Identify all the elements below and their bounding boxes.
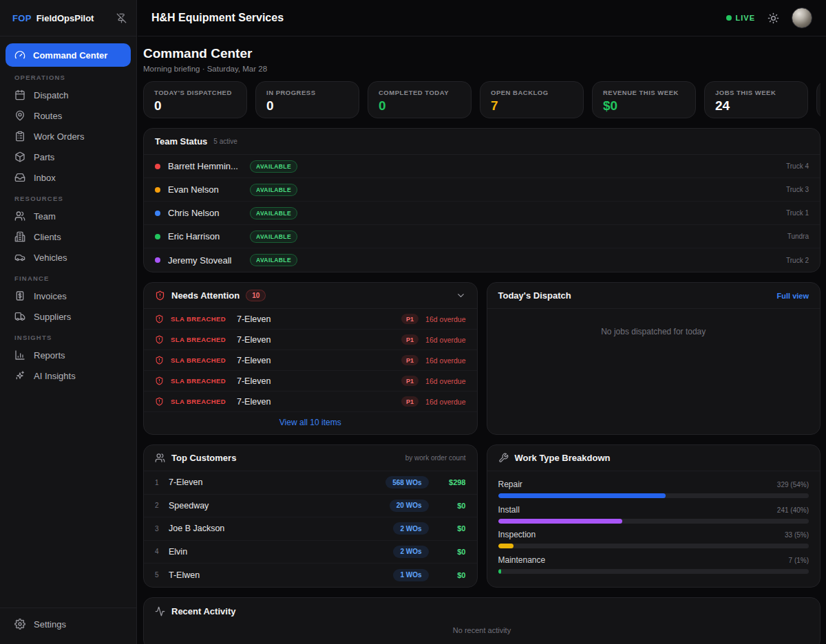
availability-badge: AVAILABLE (250, 160, 297, 173)
overdue-label: 16d overdue (425, 336, 465, 344)
nav-section-finance: FINANCE (14, 275, 122, 282)
work-type-label: Repair (498, 480, 522, 489)
sidebar-item-label: Invoices (34, 291, 67, 301)
sidebar-item-reports[interactable]: Reports (6, 345, 131, 365)
bar-chart-icon (14, 350, 25, 361)
kpi-label: JOBS THIS WEEK (715, 89, 797, 96)
work-type-value: 329 (54%) (777, 481, 809, 489)
attention-row[interactable]: SLA BREACHED 7-Eleven P116d overdue (144, 391, 477, 412)
attention-row[interactable]: SLA BREACHED 7-Eleven P116d overdue (144, 309, 477, 330)
vehicle-label: Truck 2 (786, 257, 809, 264)
dispatch-empty-message: No jobs dispatched for today (487, 309, 820, 336)
priority-badge: P1 (401, 334, 419, 345)
shield-alert-icon (155, 397, 164, 406)
team-row[interactable]: Chris Nelson AVAILABLE Truck 1 (144, 202, 820, 225)
sidebar-item-suppliers[interactable]: Suppliers (6, 306, 131, 327)
work-type-label: Maintenance (498, 555, 546, 565)
kpi-todays-dispatched[interactable]: TODAY'S DISPATCHED 0 (143, 81, 247, 118)
chevron-down-icon[interactable] (456, 290, 466, 301)
customer-row[interactable]: 4 Elvin 2 WOs $0 (144, 541, 477, 564)
sidebar-item-work-orders[interactable]: Work Orders (6, 126, 131, 147)
vehicle-label: Truck 1 (786, 209, 809, 217)
full-view-link[interactable]: Full view (777, 292, 809, 300)
revenue-label: $298 (436, 478, 466, 486)
activity-icon (155, 606, 165, 616)
sidebar-pin-toggle[interactable] (116, 13, 127, 23)
sparkles-icon (14, 370, 25, 381)
team-row[interactable]: Jeremy Stoveall AVAILABLE Truck 2 (144, 248, 820, 272)
sidebar-item-label: AI Insights (34, 371, 76, 381)
sidebar-item-inbox[interactable]: Inbox (6, 167, 131, 188)
kpi-value: 0 (379, 98, 460, 114)
kpi-value: 7 (491, 98, 573, 114)
sidebar-item-dispatch[interactable]: Dispatch (6, 85, 131, 105)
sidebar-nav: Command Center OPERATIONS Dispatch Route… (0, 36, 136, 608)
sidebar-item-routes[interactable]: Routes (6, 105, 131, 126)
priority-badge: P1 (401, 376, 419, 386)
user-avatar[interactable] (792, 8, 812, 28)
rank-label: 4 (155, 548, 162, 555)
overdue-label: 16d overdue (425, 315, 465, 323)
attention-row[interactable]: SLA BREACHED 7-Eleven P116d overdue (144, 371, 477, 391)
customer-row[interactable]: 1 7-Eleven 568 WOs $298 (144, 471, 477, 495)
attention-row[interactable]: SLA BREACHED 7-Eleven P116d overdue (144, 350, 477, 371)
package-icon (14, 151, 25, 162)
sidebar-item-parts[interactable]: Parts (6, 147, 131, 167)
building-icon (14, 231, 25, 242)
clipboard-icon (14, 131, 25, 142)
needs-attention-title: Needs Attention (171, 290, 240, 301)
sidebar-item-label: Settings (34, 619, 66, 630)
revenue-label: $0 (436, 524, 466, 533)
availability-badge: AVAILABLE (250, 207, 297, 219)
customer-row[interactable]: 5 T-Elwen 1 WOs $0 (144, 564, 477, 587)
todays-dispatch-panel: Today's Dispatch Full view No jobs dispa… (487, 282, 821, 435)
sidebar-item-label: Work Orders (34, 131, 84, 142)
availability-badge: AVAILABLE (250, 230, 297, 243)
status-dot (155, 257, 160, 263)
sidebar-item-clients[interactable]: Clients (6, 226, 131, 247)
truck-icon (14, 311, 25, 322)
sidebar-item-label: Vehicles (34, 253, 67, 263)
client-name: 7-Eleven (237, 314, 271, 324)
kpi-jobs-this-week[interactable]: JOBS THIS WEEK 24 (704, 81, 808, 118)
sla-breached-tag: SLA BREACHED (171, 356, 230, 364)
todays-dispatch-title: Today's Dispatch (498, 290, 571, 301)
work-type-row: Inspection33 (5%) (498, 530, 809, 548)
customer-name: 7-Eleven (169, 477, 202, 487)
attention-row[interactable]: SLA BREACHED 7-Eleven P116d overdue (144, 330, 477, 350)
customer-row[interactable]: 3 Joe B Jackson 2 WOs $0 (144, 517, 477, 541)
sidebar-item-command-center[interactable]: Command Center (6, 43, 131, 67)
customer-row[interactable]: 2 Speedway 20 WOs $0 (144, 495, 477, 518)
sidebar-item-ai-insights[interactable]: AI Insights (6, 365, 131, 386)
work-type-title: Work Type Breakdown (515, 453, 611, 463)
sidebar-item-label: Routes (34, 111, 62, 121)
wrench-icon (498, 453, 509, 463)
team-row[interactable]: Barrett Hemmin... AVAILABLE Truck 4 (144, 155, 820, 178)
kpi-revenue-this-week[interactable]: REVENUE THIS WEEK $0 (592, 81, 696, 118)
work-type-label: Install (498, 505, 520, 515)
shield-alert-icon (155, 290, 165, 301)
theme-toggle-button[interactable] (767, 12, 779, 24)
sidebar-item-settings[interactable]: Settings (6, 614, 131, 634)
work-type-breakdown-panel: Work Type Breakdown Repair329 (54%) Inst… (487, 444, 821, 588)
view-all-link[interactable]: View all 10 items (144, 412, 477, 434)
work-orders-badge: 2 WOs (393, 522, 428, 535)
team-row[interactable]: Eric Harrison AVAILABLE Tundra (144, 225, 820, 248)
rank-label: 5 (155, 571, 162, 579)
tech-name: Barrett Hemmin... (168, 161, 242, 171)
work-type-value: 7 (1%) (789, 557, 809, 564)
sla-breached-tag: SLA BREACHED (171, 398, 230, 405)
kpi-open-backlog[interactable]: OPEN BACKLOG 7 (480, 81, 584, 118)
kpi-in-progress[interactable]: IN PROGRESS 0 (255, 81, 359, 118)
sla-breached-tag: SLA BREACHED (171, 377, 230, 385)
sidebar-item-vehicles[interactable]: Vehicles (6, 247, 131, 268)
work-type-body: Repair329 (54%) Install241 (40%) Inspect… (487, 471, 820, 587)
team-row[interactable]: Evan Nelson AVAILABLE Truck 3 (144, 178, 820, 202)
sidebar-item-team[interactable]: Team (6, 206, 131, 226)
priority-badge: P1 (401, 396, 419, 407)
sidebar-item-label: Command Center (33, 50, 107, 61)
gauge-icon (14, 50, 25, 61)
sidebar-item-invoices[interactable]: Invoices (6, 286, 131, 306)
kpi-value: $0 (603, 98, 685, 114)
kpi-completed-today[interactable]: COMPLETED TODAY 0 (368, 81, 472, 118)
